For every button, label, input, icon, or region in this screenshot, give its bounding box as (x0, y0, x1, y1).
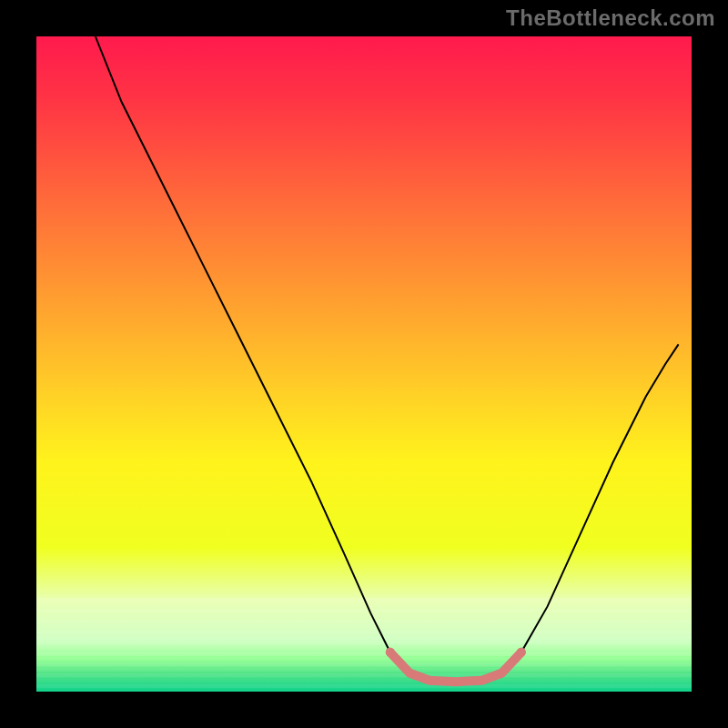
chart-plot-area (36, 36, 692, 692)
chart-svg (36, 36, 692, 692)
gradient-background (36, 36, 692, 692)
watermark-text: TheBottleneck.com (506, 5, 715, 31)
highlight-endpoint (517, 648, 526, 657)
chart-frame: TheBottleneck.com (0, 0, 728, 728)
highlight-endpoint (386, 648, 395, 657)
